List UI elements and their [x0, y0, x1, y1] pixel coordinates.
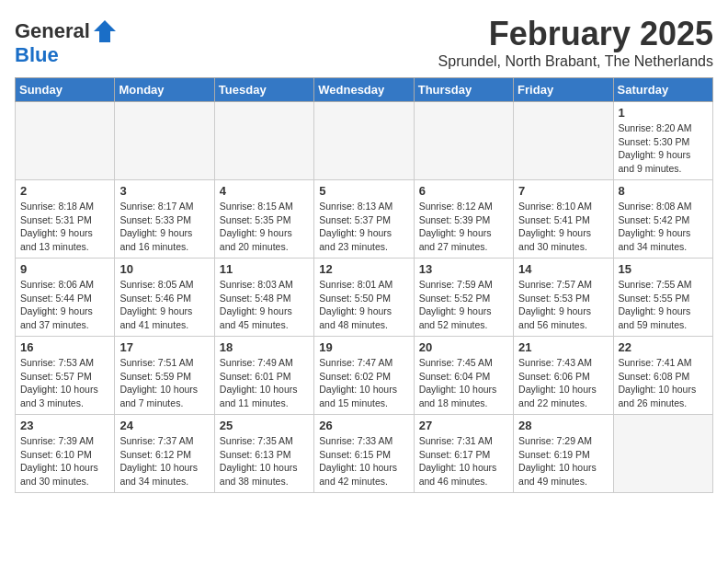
- calendar-cell: 22Sunrise: 7:41 AM Sunset: 6:08 PM Dayli…: [613, 337, 712, 415]
- day-info: Sunrise: 7:47 AM Sunset: 6:02 PM Dayligh…: [319, 356, 408, 410]
- day-number: 6: [419, 184, 508, 198]
- day-number: 24: [119, 419, 209, 432]
- calendar-cell: 26Sunrise: 7:33 AM Sunset: 6:15 PM Dayli…: [314, 415, 414, 493]
- calendar-cell: 4Sunrise: 8:15 AM Sunset: 5:35 PM Daylig…: [214, 180, 313, 259]
- calendar-cell: [514, 102, 613, 180]
- day-info: Sunrise: 8:10 AM Sunset: 5:41 PM Dayligh…: [518, 200, 608, 254]
- day-info: Sunrise: 8:08 AM Sunset: 5:42 PM Dayligh…: [619, 200, 708, 254]
- calendar-cell: 21Sunrise: 7:43 AM Sunset: 6:06 PM Dayli…: [514, 337, 613, 415]
- day-info: Sunrise: 8:18 AM Sunset: 5:31 PM Dayligh…: [20, 200, 109, 254]
- weekday-header-tuesday: Tuesday: [214, 78, 313, 102]
- day-info: Sunrise: 8:13 AM Sunset: 5:37 PM Dayligh…: [319, 200, 408, 254]
- calendar-cell: [115, 102, 214, 180]
- day-info: Sunrise: 7:49 AM Sunset: 6:01 PM Dayligh…: [220, 356, 309, 410]
- day-info: Sunrise: 8:03 AM Sunset: 5:48 PM Dayligh…: [220, 278, 309, 332]
- calendar-cell: 12Sunrise: 8:01 AM Sunset: 5:50 PM Dayli…: [314, 259, 414, 337]
- day-number: 9: [20, 262, 109, 276]
- day-info: Sunrise: 7:39 AM Sunset: 6:10 PM Dayligh…: [20, 434, 109, 488]
- day-number: 5: [319, 184, 408, 198]
- day-info: Sunrise: 7:57 AM Sunset: 5:53 PM Dayligh…: [518, 278, 608, 332]
- day-info: Sunrise: 7:41 AM Sunset: 6:08 PM Dayligh…: [619, 356, 708, 410]
- day-number: 20: [419, 340, 508, 354]
- calendar-cell: 11Sunrise: 8:03 AM Sunset: 5:48 PM Dayli…: [214, 259, 313, 337]
- weekday-header-saturday: Saturday: [613, 78, 712, 102]
- day-number: 1: [619, 106, 708, 120]
- day-number: 14: [518, 262, 608, 276]
- weekday-header-friday: Friday: [514, 78, 613, 102]
- day-number: 26: [319, 419, 408, 432]
- day-info: Sunrise: 8:20 AM Sunset: 5:30 PM Dayligh…: [619, 121, 708, 176]
- day-number: 4: [220, 184, 309, 198]
- calendar-cell: 24Sunrise: 7:37 AM Sunset: 6:12 PM Dayli…: [115, 415, 214, 493]
- calendar-cell: 28Sunrise: 7:29 AM Sunset: 6:19 PM Dayli…: [514, 415, 613, 493]
- day-number: 8: [619, 184, 708, 198]
- calendar-cell: 23Sunrise: 7:39 AM Sunset: 6:10 PM Dayli…: [16, 415, 115, 493]
- calendar-cell: 19Sunrise: 7:47 AM Sunset: 6:02 PM Dayli…: [314, 337, 414, 415]
- day-number: 28: [518, 419, 608, 432]
- day-number: 21: [518, 340, 608, 354]
- calendar-cell: [414, 102, 513, 180]
- day-info: Sunrise: 8:01 AM Sunset: 5:50 PM Dayligh…: [319, 278, 408, 332]
- location-title: Sprundel, North Brabant, The Netherlands: [438, 53, 713, 70]
- calendar-cell: 13Sunrise: 7:59 AM Sunset: 5:52 PM Dayli…: [414, 259, 513, 337]
- calendar-cell: 5Sunrise: 8:13 AM Sunset: 5:37 PM Daylig…: [314, 180, 414, 259]
- day-number: 17: [119, 340, 209, 354]
- calendar-cell: 10Sunrise: 8:05 AM Sunset: 5:46 PM Dayli…: [115, 259, 214, 337]
- day-number: 2: [20, 184, 109, 198]
- day-number: 18: [220, 340, 309, 354]
- weekday-header-thursday: Thursday: [414, 78, 513, 102]
- weekday-header-wednesday: Wednesday: [314, 78, 414, 102]
- calendar-cell: 15Sunrise: 7:55 AM Sunset: 5:55 PM Dayli…: [613, 259, 712, 337]
- calendar-cell: [16, 102, 115, 180]
- calendar-week-row: 1Sunrise: 8:20 AM Sunset: 5:30 PM Daylig…: [16, 102, 713, 180]
- day-number: 27: [419, 419, 508, 432]
- calendar-week-row: 2Sunrise: 8:18 AM Sunset: 5:31 PM Daylig…: [16, 180, 713, 259]
- day-info: Sunrise: 8:17 AM Sunset: 5:33 PM Dayligh…: [119, 200, 209, 254]
- day-info: Sunrise: 8:06 AM Sunset: 5:44 PM Dayligh…: [20, 278, 109, 332]
- weekday-header-sunday: Sunday: [16, 78, 115, 102]
- logo: General Blue: [15, 18, 118, 66]
- day-number: 23: [20, 419, 109, 432]
- header: General Blue February 2025 Sprundel, Nor…: [15, 15, 713, 70]
- day-info: Sunrise: 7:55 AM Sunset: 5:55 PM Dayligh…: [619, 278, 708, 332]
- day-number: 15: [619, 262, 708, 276]
- day-number: 25: [220, 419, 309, 432]
- logo-icon: [92, 18, 118, 44]
- calendar-cell: 7Sunrise: 8:10 AM Sunset: 5:41 PM Daylig…: [514, 180, 613, 259]
- day-number: 16: [20, 340, 109, 354]
- calendar-cell: 17Sunrise: 7:51 AM Sunset: 5:59 PM Dayli…: [115, 337, 214, 415]
- calendar-cell: 14Sunrise: 7:57 AM Sunset: 5:53 PM Dayli…: [514, 259, 613, 337]
- calendar-week-row: 16Sunrise: 7:53 AM Sunset: 5:57 PM Dayli…: [16, 337, 713, 415]
- calendar-cell: 16Sunrise: 7:53 AM Sunset: 5:57 PM Dayli…: [16, 337, 115, 415]
- day-number: 7: [518, 184, 608, 198]
- day-number: 3: [119, 184, 209, 198]
- day-info: Sunrise: 7:51 AM Sunset: 5:59 PM Dayligh…: [119, 356, 209, 410]
- day-info: Sunrise: 7:37 AM Sunset: 6:12 PM Dayligh…: [119, 434, 209, 488]
- calendar-cell: 1Sunrise: 8:20 AM Sunset: 5:30 PM Daylig…: [613, 102, 712, 180]
- calendar-week-row: 23Sunrise: 7:39 AM Sunset: 6:10 PM Dayli…: [16, 415, 713, 493]
- day-info: Sunrise: 7:35 AM Sunset: 6:13 PM Dayligh…: [220, 434, 309, 488]
- day-info: Sunrise: 8:05 AM Sunset: 5:46 PM Dayligh…: [119, 278, 209, 332]
- day-number: 19: [319, 340, 408, 354]
- calendar-cell: 25Sunrise: 7:35 AM Sunset: 6:13 PM Dayli…: [214, 415, 313, 493]
- calendar-cell: [214, 102, 313, 180]
- day-number: 22: [619, 340, 708, 354]
- calendar-cell: 20Sunrise: 7:45 AM Sunset: 6:04 PM Dayli…: [414, 337, 513, 415]
- calendar-week-row: 9Sunrise: 8:06 AM Sunset: 5:44 PM Daylig…: [16, 259, 713, 337]
- calendar-cell: [613, 415, 712, 493]
- day-info: Sunrise: 7:31 AM Sunset: 6:17 PM Dayligh…: [419, 434, 508, 488]
- day-info: Sunrise: 7:45 AM Sunset: 6:04 PM Dayligh…: [419, 356, 508, 410]
- day-info: Sunrise: 8:12 AM Sunset: 5:39 PM Dayligh…: [419, 200, 508, 254]
- calendar-cell: 6Sunrise: 8:12 AM Sunset: 5:39 PM Daylig…: [414, 180, 513, 259]
- day-info: Sunrise: 7:29 AM Sunset: 6:19 PM Dayligh…: [518, 434, 608, 488]
- day-number: 12: [319, 262, 408, 276]
- day-info: Sunrise: 7:43 AM Sunset: 6:06 PM Dayligh…: [518, 356, 608, 410]
- weekday-header-row: SundayMondayTuesdayWednesdayThursdayFrid…: [16, 78, 713, 102]
- month-title: February 2025: [438, 15, 713, 53]
- calendar-cell: 2Sunrise: 8:18 AM Sunset: 5:31 PM Daylig…: [16, 180, 115, 259]
- calendar-cell: 9Sunrise: 8:06 AM Sunset: 5:44 PM Daylig…: [16, 259, 115, 337]
- calendar-cell: 27Sunrise: 7:31 AM Sunset: 6:17 PM Dayli…: [414, 415, 513, 493]
- calendar-cell: 3Sunrise: 8:17 AM Sunset: 5:33 PM Daylig…: [115, 180, 214, 259]
- weekday-header-monday: Monday: [115, 78, 214, 102]
- calendar-table: SundayMondayTuesdayWednesdayThursdayFrid…: [15, 77, 713, 493]
